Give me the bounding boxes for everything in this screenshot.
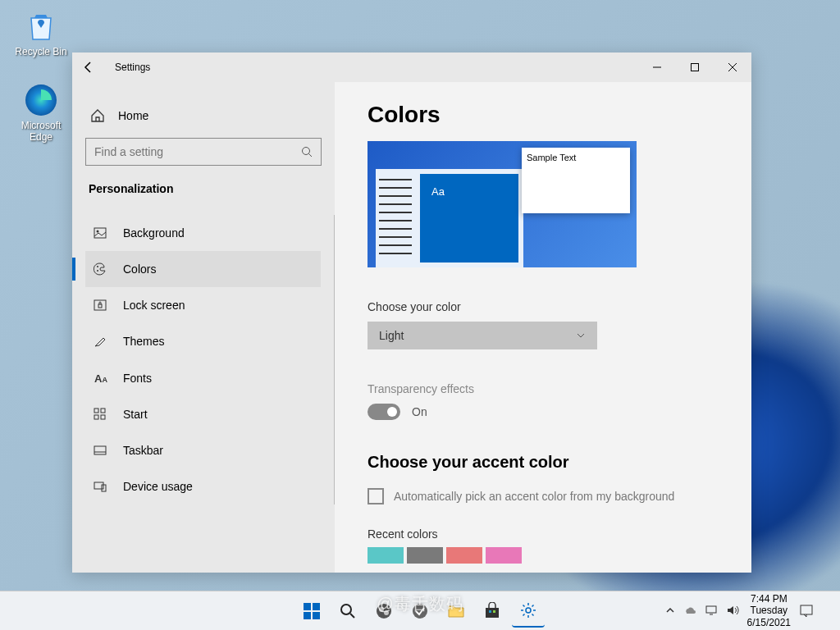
maximize-icon xyxy=(691,63,699,71)
onedrive-icon[interactable] xyxy=(683,604,696,617)
color-swatch[interactable] xyxy=(486,547,522,564)
nav-label: Background xyxy=(123,226,185,240)
auto-pick-checkbox[interactable] xyxy=(368,488,384,504)
page-title: Colors xyxy=(368,102,719,128)
taskbar-app-1[interactable] xyxy=(368,595,400,628)
titlebar: Settings xyxy=(72,52,751,82)
svg-rect-12 xyxy=(98,304,102,308)
svg-rect-21 xyxy=(304,603,311,610)
search-icon xyxy=(340,603,356,619)
color-swatch[interactable] xyxy=(368,547,404,564)
start-button[interactable] xyxy=(295,595,328,628)
nav-list: Background Colors Lock screen Themes AA … xyxy=(85,215,335,504)
transparency-state: On xyxy=(412,405,427,418)
notification-icon xyxy=(799,603,814,618)
svg-point-5 xyxy=(303,148,310,155)
nav-item-themes[interactable]: Themes xyxy=(85,323,321,359)
nav-label: Themes xyxy=(123,335,165,348)
desktop-icon-label: Microsoft Edge xyxy=(10,120,72,143)
svg-rect-2 xyxy=(692,64,699,71)
svg-point-27 xyxy=(377,604,391,619)
volume-icon[interactable] xyxy=(726,604,739,617)
taskbar-explorer[interactable] xyxy=(440,595,472,628)
taskbar-icon xyxy=(94,444,108,457)
close-button[interactable] xyxy=(714,52,751,82)
windows-icon xyxy=(303,602,321,620)
taskbar-clock[interactable]: 7:44 PM Tuesday 6/15/2021 xyxy=(747,593,791,628)
taskbar-search[interactable] xyxy=(331,595,364,628)
svg-rect-7 xyxy=(94,228,106,238)
svg-line-6 xyxy=(309,154,313,158)
store-icon xyxy=(483,602,501,620)
preview-sample-window: Sample Text xyxy=(522,148,630,213)
taskbar-store[interactable] xyxy=(476,595,509,628)
notifications-button[interactable] xyxy=(799,603,832,618)
svg-point-25 xyxy=(341,605,351,614)
transparency-toggle[interactable] xyxy=(368,404,400,420)
system-tray: 7:44 PM Tuesday 6/15/2021 xyxy=(665,593,840,628)
svg-point-8 xyxy=(97,231,99,233)
folder-icon xyxy=(447,602,465,620)
auto-pick-label: Automatically pick an accent color from … xyxy=(394,490,674,503)
color-swatch[interactable] xyxy=(407,547,443,564)
nav-label: Taskbar xyxy=(123,444,163,457)
desktop-icon-edge[interactable]: Microsoft Edge xyxy=(10,82,72,143)
nav-item-colors[interactable]: Colors xyxy=(85,251,321,287)
minimize-icon xyxy=(653,63,661,71)
window-title: Settings xyxy=(115,62,150,73)
app-icon xyxy=(411,602,429,620)
svg-point-34 xyxy=(526,608,531,613)
close-icon xyxy=(728,63,737,71)
settings-window: Settings Home Personalization Background xyxy=(72,52,751,573)
chevron-down-icon xyxy=(576,331,586,340)
choose-color-label: Choose your color xyxy=(368,300,719,313)
search-input[interactable] xyxy=(94,145,301,158)
nav-item-start[interactable]: Start xyxy=(85,396,321,432)
svg-point-30 xyxy=(413,604,427,619)
taskbar-app-2[interactable] xyxy=(404,595,436,628)
back-button[interactable] xyxy=(82,61,108,74)
svg-rect-37 xyxy=(801,605,812,614)
svg-rect-33 xyxy=(493,610,495,613)
taskbar: 7:44 PM Tuesday 6/15/2021 xyxy=(0,591,840,630)
nav-item-background[interactable]: Background xyxy=(85,215,321,251)
preview-start-menu: Aa xyxy=(376,169,523,267)
nav-item-fonts[interactable]: AA Fonts xyxy=(85,359,321,396)
color-mode-dropdown[interactable]: Light xyxy=(368,322,597,349)
nav-label: Device usage xyxy=(123,480,193,493)
clock-day: Tuesday xyxy=(747,605,791,616)
svg-rect-31 xyxy=(486,608,499,618)
svg-point-10 xyxy=(97,270,98,272)
svg-point-9 xyxy=(97,266,98,267)
recent-colors-swatches xyxy=(368,547,719,564)
sidebar: Home Personalization Background Colors xyxy=(72,82,335,573)
svg-rect-17 xyxy=(94,446,106,454)
svg-rect-32 xyxy=(489,610,491,613)
tray-chevron-icon[interactable] xyxy=(665,605,675,615)
home-button[interactable]: Home xyxy=(85,102,322,138)
svg-rect-35 xyxy=(706,606,716,613)
nav-item-device-usage[interactable]: Device usage xyxy=(85,468,321,504)
nav-item-taskbar[interactable]: Taskbar xyxy=(85,432,321,468)
network-icon[interactable] xyxy=(705,604,718,617)
color-preview: Aa Sample Text xyxy=(368,141,637,267)
nav-item-lock-screen[interactable]: Lock screen xyxy=(85,287,321,323)
color-swatch[interactable] xyxy=(446,547,482,564)
svg-rect-15 xyxy=(94,415,98,419)
home-icon xyxy=(90,108,105,123)
content-pane: Colors Aa Sample Text Choose your color … xyxy=(335,82,751,573)
edge-icon xyxy=(23,82,59,118)
search-box[interactable] xyxy=(85,138,322,166)
svg-point-28 xyxy=(379,607,384,612)
lock-icon xyxy=(94,299,108,312)
maximize-button[interactable] xyxy=(676,52,714,82)
minimize-button[interactable] xyxy=(638,52,676,82)
taskbar-center xyxy=(295,595,545,628)
svg-rect-16 xyxy=(101,415,105,419)
taskbar-settings[interactable] xyxy=(512,595,545,628)
search-icon xyxy=(301,146,313,158)
recent-colors-label: Recent colors xyxy=(368,527,719,541)
transparency-label: Transparency effects xyxy=(368,382,719,395)
desktop-icon-recycle-bin[interactable]: Recycle Bin xyxy=(10,8,72,57)
recycle-bin-icon xyxy=(23,8,59,44)
